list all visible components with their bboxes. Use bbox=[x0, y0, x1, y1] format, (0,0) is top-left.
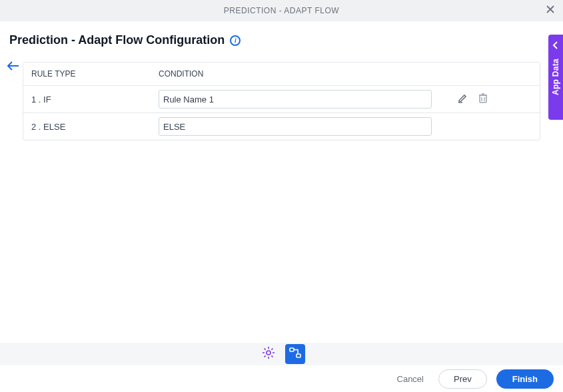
edit-icon[interactable] bbox=[457, 92, 469, 106]
modal-title: PREDICTION - ADAPT FLOW bbox=[224, 6, 339, 15]
rule-type-cell: 1 . IF bbox=[29, 95, 159, 104]
column-header-ruletype: RULE TYPE bbox=[29, 69, 159, 79]
svg-rect-4 bbox=[480, 95, 486, 102]
table-row: 1 . IF bbox=[23, 86, 540, 113]
cancel-button[interactable]: Cancel bbox=[392, 370, 429, 388]
svg-point-9 bbox=[267, 351, 271, 355]
condition-input[interactable] bbox=[159, 117, 432, 136]
prev-button[interactable]: Prev bbox=[438, 369, 487, 389]
flow-view-button[interactable] bbox=[285, 344, 305, 364]
close-icon[interactable] bbox=[544, 3, 556, 17]
bottom-toolbar bbox=[0, 343, 563, 365]
flow-icon bbox=[288, 346, 302, 362]
bottom-action-bar: Cancel Prev Finish bbox=[0, 365, 563, 392]
app-data-label: App Data bbox=[551, 59, 560, 95]
finish-button[interactable]: Finish bbox=[496, 369, 554, 389]
svg-rect-18 bbox=[290, 348, 294, 351]
settings-button[interactable] bbox=[259, 344, 279, 364]
svg-line-14 bbox=[264, 349, 265, 350]
chevron-left-icon bbox=[552, 40, 559, 52]
back-arrow-icon[interactable] bbox=[7, 61, 20, 73]
column-header-condition: CONDITION bbox=[159, 69, 474, 79]
svg-line-15 bbox=[271, 355, 273, 357]
modal-header: PREDICTION - ADAPT FLOW bbox=[0, 0, 563, 21]
svg-line-16 bbox=[264, 355, 265, 357]
table-row: 2 . ELSE bbox=[23, 113, 540, 140]
info-icon[interactable]: i bbox=[230, 35, 241, 46]
condition-input[interactable] bbox=[159, 90, 432, 108]
page-title: Prediction - Adapt Flow Configuration bbox=[9, 33, 225, 47]
delete-icon[interactable] bbox=[477, 92, 489, 106]
gear-icon bbox=[262, 346, 275, 362]
svg-line-17 bbox=[271, 349, 273, 350]
rule-type-cell: 2 . ELSE bbox=[29, 122, 159, 132]
app-data-side-tab[interactable]: App Data bbox=[548, 35, 563, 120]
svg-rect-19 bbox=[296, 354, 300, 357]
rules-table: RULE TYPE CONDITION 1 . IF 2 . ELSE bbox=[23, 62, 540, 140]
